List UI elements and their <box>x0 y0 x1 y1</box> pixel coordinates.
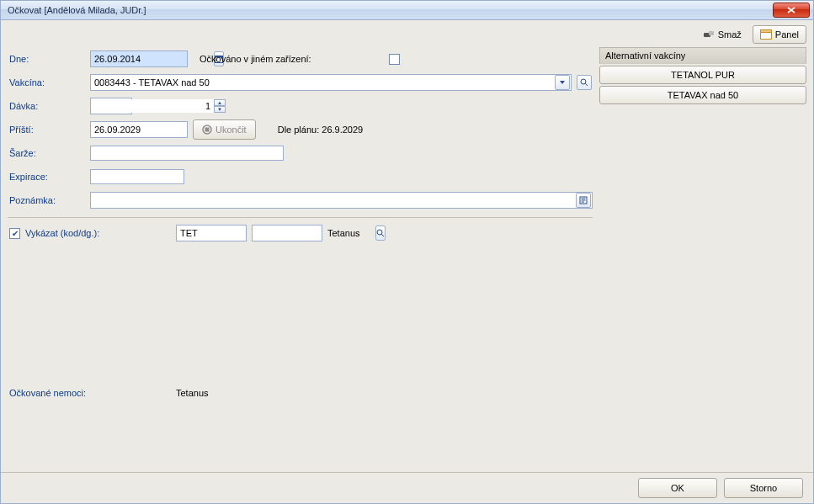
smaz-button[interactable]: Smaž <box>695 25 749 44</box>
vakcina-input[interactable] <box>91 76 555 89</box>
panel-button[interactable]: Panel <box>753 25 806 44</box>
vykazat-dg-field[interactable] <box>252 225 322 241</box>
form-area: Dne: Očkováno v jiném zařízení: <box>8 47 593 472</box>
dle-planu-text: Dle plánu: 26.9.2029 <box>278 125 364 135</box>
chevron-down-icon <box>559 79 566 86</box>
davka-spinner[interactable]: ▲ ▼ <box>90 98 132 114</box>
label-davka: Dávka: <box>8 101 90 111</box>
vakcina-lookup-button[interactable] <box>577 75 592 90</box>
vakcina-combo[interactable] <box>90 74 572 91</box>
separator <box>8 217 593 218</box>
dne-field[interactable] <box>90 50 188 67</box>
side-header: Alternativní vakcíny <box>599 47 806 64</box>
ockovano-jinde-checkbox[interactable] <box>389 54 400 65</box>
window: Očkovat [Andělová Milada, JUDr.] Smaž <box>0 0 814 504</box>
vakcina-dropdown-button[interactable] <box>555 75 570 90</box>
window-title: Očkovat [Andělová Milada, JUDr.] <box>8 5 773 15</box>
label-sarze: Šarže: <box>8 148 90 158</box>
alt-vaccine-button[interactable]: TETANOL PUR <box>599 66 806 84</box>
svg-rect-3 <box>760 30 771 33</box>
davka-up-button[interactable]: ▲ <box>214 99 226 106</box>
davka-down-button[interactable]: ▼ <box>214 106 226 113</box>
stop-icon <box>202 125 212 135</box>
client-area: Smaž Panel Dne: <box>1 20 813 503</box>
close-button[interactable] <box>773 3 810 18</box>
svg-line-19 <box>381 234 384 236</box>
search-icon <box>580 78 588 87</box>
vykazat-text: Tetanus <box>327 228 360 238</box>
label-vykazat: Vykázat (kod/dg.): <box>25 228 99 238</box>
svg-line-7 <box>585 83 588 86</box>
smaz-label: Smaž <box>718 29 742 40</box>
alt-vaccine-button[interactable]: TETAVAX nad 50 <box>599 86 806 104</box>
label-expirace: Expirace: <box>8 172 90 182</box>
panel-icon <box>760 29 772 40</box>
expirace-input[interactable] <box>90 169 184 184</box>
label-pristi: Příští: <box>8 125 90 135</box>
cancel-button[interactable]: Storno <box>724 478 803 498</box>
poznamka-input[interactable] <box>91 194 576 207</box>
footer: OK Storno <box>1 472 813 503</box>
ok-button[interactable]: OK <box>638 478 717 498</box>
label-ockovane-nemoci: Očkované nemoci: <box>8 388 176 398</box>
panel-label: Panel <box>775 29 799 40</box>
svg-point-18 <box>377 230 382 235</box>
vykazat-dg-lookup-button[interactable] <box>375 225 386 241</box>
poznamka-edit-button[interactable] <box>576 193 591 208</box>
vykazat-kod-field[interactable] <box>176 225 247 241</box>
svg-rect-1 <box>709 31 714 35</box>
side-panel: Alternativní vakcíny TETANOL PUR TETAVAX… <box>599 47 806 472</box>
sarze-input[interactable] <box>90 146 284 161</box>
label-dne: Dne: <box>8 54 90 64</box>
label-vakcina: Vakcína: <box>8 77 90 88</box>
ukoncit-label: Ukončit <box>215 125 247 135</box>
poznamka-field[interactable] <box>90 192 593 209</box>
pristi-field[interactable] <box>90 121 188 138</box>
label-ockovano-jinde: Očkováno v jiném zařízení: <box>200 54 311 64</box>
svg-rect-11 <box>205 128 210 132</box>
search-icon <box>376 229 385 237</box>
content: Dne: Očkováno v jiném zařízení: <box>1 45 813 472</box>
ukoncit-button[interactable]: Ukončit <box>193 119 256 140</box>
top-toolbar: Smaž Panel <box>1 20 813 45</box>
label-poznamka: Poznámka: <box>8 195 90 205</box>
svg-point-6 <box>581 79 586 84</box>
vykazat-checkbox[interactable]: ✔ <box>9 228 20 239</box>
eraser-icon <box>703 30 715 39</box>
ockovane-nemoci-value: Tetanus <box>176 388 209 398</box>
close-icon <box>787 7 795 13</box>
titlebar: Očkovat [Andělová Milada, JUDr.] <box>1 1 813 20</box>
dne-input[interactable] <box>91 52 214 66</box>
davka-input[interactable] <box>91 99 214 113</box>
note-icon <box>579 196 588 204</box>
